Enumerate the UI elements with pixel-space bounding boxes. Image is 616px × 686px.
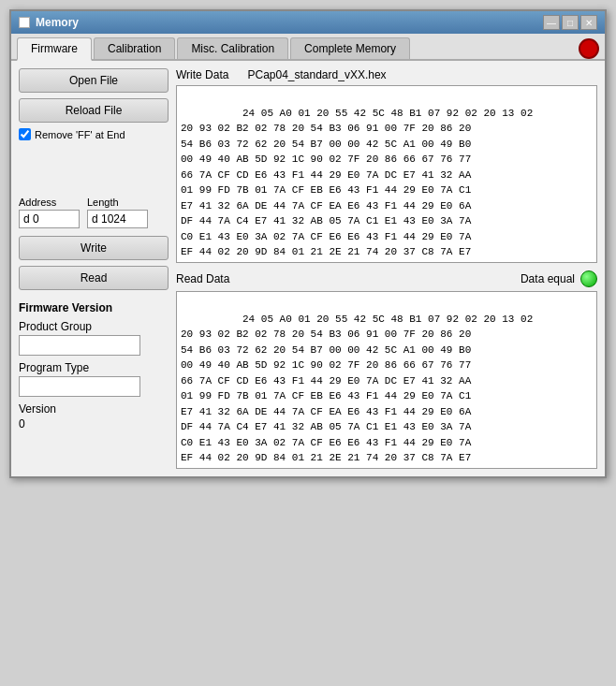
address-input[interactable]: [19, 210, 80, 228]
read-hex-display[interactable]: 24 05 A0 01 20 55 42 5C 48 B1 07 92 02 2…: [176, 291, 597, 469]
data-equal-indicator: [580, 270, 597, 287]
reload-file-button[interactable]: Reload File: [19, 98, 169, 123]
product-group-input[interactable]: [19, 335, 140, 356]
main-window: Memory — □ ✕ Firmware Calibration Misc. …: [9, 9, 607, 478]
address-label: Address: [19, 197, 80, 208]
tab-complete-memory[interactable]: Complete Memory: [290, 37, 410, 59]
read-hex-data: 24 05 A0 01 20 55 42 5C 48 B1 07 92 02 2…: [181, 314, 533, 470]
length-label: Length: [87, 197, 148, 208]
write-data-label: Write Data: [176, 68, 228, 81]
write-data-header: Write Data PCap04_standard_vXX.hex: [176, 68, 597, 81]
addr-len-row: Address Length: [19, 197, 169, 228]
window-title: Memory: [36, 16, 79, 29]
tab-misc-calibration[interactable]: Misc. Calibration: [177, 37, 288, 59]
record-button[interactable]: [579, 38, 599, 59]
write-hex-data: 24 05 A0 01 20 55 42 5C 48 B1 07 92 02 2…: [181, 108, 533, 264]
length-input[interactable]: [87, 210, 148, 228]
read-button[interactable]: Read: [19, 266, 169, 290]
firmware-version-label: Firmware Version: [19, 301, 169, 314]
write-button[interactable]: Write: [19, 236, 169, 260]
write-hex-display[interactable]: 24 05 A0 01 20 55 42 5C 48 B1 07 92 02 2…: [176, 85, 597, 263]
title-bar: Memory — □ ✕: [11, 11, 605, 34]
tab-firmware[interactable]: Firmware: [17, 37, 92, 61]
window-icon: [19, 17, 30, 28]
program-type-input[interactable]: [19, 376, 140, 397]
version-label: Version: [19, 402, 169, 416]
tab-calibration[interactable]: Calibration: [94, 37, 175, 59]
program-type-label: Program Type: [19, 361, 169, 374]
minimize-button[interactable]: —: [543, 15, 560, 30]
remove-ff-row: Remove 'FF' at End: [19, 128, 169, 140]
version-value: 0: [19, 417, 169, 431]
open-file-button[interactable]: Open File: [19, 68, 169, 93]
left-panel: Open File Reload File Remove 'FF' at End…: [19, 68, 169, 469]
remove-ff-checkbox[interactable]: [19, 128, 31, 140]
close-button[interactable]: ✕: [580, 15, 597, 30]
remove-ff-label: Remove 'FF' at End: [35, 129, 125, 140]
maximize-button[interactable]: □: [562, 15, 579, 30]
right-panel: Write Data PCap04_standard_vXX.hex 24 05…: [176, 68, 597, 469]
product-group-label: Product Group: [19, 320, 169, 333]
read-data-row: Read Data Data equal: [176, 270, 597, 287]
tab-bar: Firmware Calibration Misc. Calibration C…: [11, 34, 605, 61]
product-group-field: Product Group: [19, 320, 169, 356]
version-field: Version 0: [19, 402, 169, 431]
program-type-field: Program Type: [19, 361, 169, 397]
main-content: Open File Reload File Remove 'FF' at End…: [11, 61, 605, 476]
window-controls: — □ ✕: [543, 15, 597, 30]
data-equal-label: Data equal: [521, 272, 575, 285]
read-data-label: Read Data: [176, 272, 229, 285]
write-filename: PCap04_standard_vXX.hex: [247, 68, 386, 81]
